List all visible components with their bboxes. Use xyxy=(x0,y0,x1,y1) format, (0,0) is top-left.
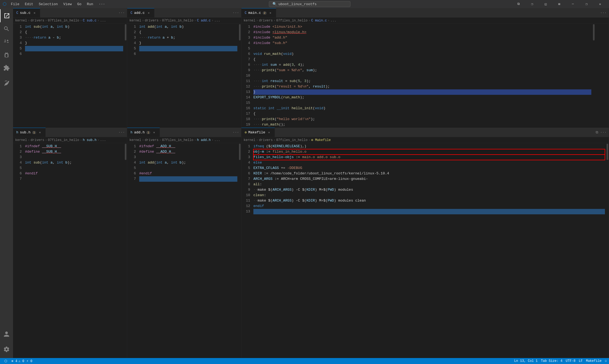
mainc-editor[interactable]: 12345 678910 1112131415 1617181920 21 #i… xyxy=(241,24,609,128)
h-file-icon: h xyxy=(16,131,18,134)
mainc-close-button[interactable]: ✕ xyxy=(268,11,273,15)
remote-icon-item[interactable]: ⚡ 0 xyxy=(26,359,32,363)
remote-status[interactable]: ⬡ xyxy=(2,359,9,363)
extensions-icon[interactable] xyxy=(0,61,13,74)
addc-pane: C add.c ✕ ··· kernel › drivers › 07files… xyxy=(127,8,241,128)
menu-more[interactable]: ··· xyxy=(97,2,107,7)
subc-tab-bar: C sub.c ✕ ··· xyxy=(13,8,127,18)
subh-close-button[interactable]: ✕ xyxy=(38,130,42,135)
mainc-pane: C main.c 2 ✕ ··· kernel › drivers › 07fi… xyxy=(241,8,609,128)
layout2-icon[interactable]: ❐ xyxy=(526,0,538,8)
remote-text: ⚡ 0 xyxy=(26,359,32,363)
more-actions-button[interactable]: ··· xyxy=(600,130,607,134)
mainc-code: #include <linux/init.h> #include <linux/… xyxy=(252,24,592,128)
editor-area: C sub.c ✕ ··· kernel › drivers › 07files… xyxy=(13,8,609,358)
addh-code: #ifndef __ADD_H__ #define __ADD_H__ int … xyxy=(138,143,238,358)
subc-close-button[interactable]: ✕ xyxy=(32,11,37,15)
menu-bar: File Edit Selection View Go Run ··· xyxy=(9,2,107,7)
maximize-button[interactable]: ❐ xyxy=(580,0,593,8)
subh-editor[interactable]: 1234567 #ifndef __SUB_H__ #define __SUB_… xyxy=(13,143,127,358)
layout3-icon[interactable]: ◱ xyxy=(539,0,552,8)
h-file-icon2: h xyxy=(130,131,132,134)
subc-editor[interactable]: 123456 int sub(int a, int b) { ····retur… xyxy=(13,24,127,128)
addc-scrollbar[interactable] xyxy=(238,24,241,128)
search-icon: 🔍 xyxy=(272,2,277,6)
subh-scrollbar[interactable] xyxy=(124,143,127,358)
layout-icon[interactable]: ⧉ xyxy=(512,0,525,8)
subc-tab[interactable]: C sub.c ✕ xyxy=(13,8,40,17)
close-button[interactable]: ✕ xyxy=(594,0,606,8)
makefile-tab[interactable]: ⚙ Makefile ✕ xyxy=(241,128,275,137)
addh-tab-bar: h add.h 1 ✕ ··· xyxy=(127,128,241,137)
makefile-tab-label: Makefile xyxy=(248,130,265,134)
remote-icon[interactable] xyxy=(0,77,13,90)
addc-tab-label: add.c xyxy=(134,11,145,15)
settings-icon[interactable] xyxy=(0,343,13,356)
addc-tab-bar: C add.c ✕ ··· xyxy=(127,8,241,18)
mainc-tab[interactable]: C main.c 2 ✕ xyxy=(241,8,276,17)
search-icon-activity[interactable] xyxy=(0,22,13,35)
addh-close-button[interactable]: ✕ xyxy=(152,130,156,135)
subc-scrollbar[interactable] xyxy=(124,24,127,128)
addc-editor[interactable]: 123456 int add(int a, int b) { ····retur… xyxy=(127,24,241,128)
menu-edit[interactable]: Edit xyxy=(23,2,35,7)
debug-icon[interactable] xyxy=(0,48,13,61)
addh-more-button[interactable]: ··· xyxy=(231,128,241,137)
addh-scrollbar[interactable] xyxy=(238,143,241,358)
minimize-button[interactable]: — xyxy=(567,0,579,8)
makefile-line-numbers: 12345 678910 111213 xyxy=(241,143,252,358)
search-box[interactable]: 🔍 uboot_linux_rootfs xyxy=(269,1,350,7)
addc-more-button[interactable]: ··· xyxy=(231,8,241,17)
activity-bar xyxy=(0,8,13,358)
mainc-more-button[interactable]: ··· xyxy=(598,8,609,17)
addc-line-numbers: 123456 xyxy=(127,24,138,128)
errors-text: ⊗ 4 xyxy=(11,359,17,363)
makefile-editor[interactable]: 12345 678910 111213 ifneq ($(KERNELRELEA… xyxy=(241,143,609,358)
errors-status[interactable]: ⊗ 4 ⚠ 0 xyxy=(11,359,24,363)
makefile-more-button[interactable]: ⧉ ··· xyxy=(594,128,609,137)
position-status[interactable]: Ln 13, Col 1 xyxy=(514,359,537,363)
subc-more-button[interactable]: ··· xyxy=(116,8,127,17)
addh-tab[interactable]: h add.h 1 ✕ xyxy=(127,128,160,137)
source-control-icon[interactable] xyxy=(0,35,13,48)
addh-editor[interactable]: 1234567 #ifndef __ADD_H__ #define __ADD_… xyxy=(127,143,241,358)
feedback-status[interactable]: ☺ xyxy=(605,359,607,363)
tab-size-status[interactable]: Tab Size: 4 xyxy=(541,359,563,363)
subh-code: #ifndef __SUB_H__ #define __SUB_H__ int … xyxy=(24,143,124,358)
encoding-status[interactable]: UTF-8 xyxy=(566,359,576,363)
addc-tab[interactable]: C add.c ✕ xyxy=(127,8,154,17)
menu-go[interactable]: Go xyxy=(75,2,84,7)
remote-icon-status: ⬡ xyxy=(4,359,7,363)
position-text: Ln 13, Col 1 xyxy=(514,359,537,363)
eol-status[interactable]: LF xyxy=(579,359,583,363)
addh-line-numbers: 1234567 xyxy=(127,143,138,358)
menu-view[interactable]: View xyxy=(61,2,74,7)
subc-code: int sub(int a, int b) { ····return a - b… xyxy=(24,24,124,128)
makefile-close-button[interactable]: ✕ xyxy=(267,130,271,135)
split-editor-button[interactable]: ⧉ xyxy=(596,130,598,134)
subh-badge: 1 xyxy=(32,131,36,134)
titlebar: ⬡ File Edit Selection View Go Run ··· 🔍 … xyxy=(0,0,609,8)
c-file-icon2: C xyxy=(130,11,132,15)
c-file-icon: C xyxy=(16,11,18,15)
makefile-scrollbar[interactable] xyxy=(606,143,609,358)
addc-close-button[interactable]: ✕ xyxy=(147,11,151,15)
subh-tab-bar: h sub.h 1 ✕ ··· xyxy=(13,128,127,137)
subh-tab[interactable]: h sub.h 1 ✕ xyxy=(13,128,46,137)
menu-run[interactable]: Run xyxy=(85,2,95,7)
mainc-scrollbar[interactable] xyxy=(592,24,595,41)
subh-more-button[interactable]: ··· xyxy=(116,128,127,137)
addh-tab-label: add.h xyxy=(134,130,145,134)
vscode-icon: ⬡ xyxy=(3,1,7,7)
account-icon[interactable] xyxy=(0,328,13,341)
explorer-icon[interactable] xyxy=(0,9,13,22)
menu-selection[interactable]: Selection xyxy=(36,2,60,7)
layout4-icon[interactable]: ⊞ xyxy=(553,0,566,8)
window-controls: ⧉ ❐ ◱ ⊞ — ❐ ✕ xyxy=(512,0,606,8)
mainc-line-numbers: 12345 678910 1112131415 1617181920 21 xyxy=(241,24,252,128)
makefile-breadcrumb: kernel › drivers › 07files_in_hello › ⚙ … xyxy=(241,137,609,143)
mainc-tab-label: main.c xyxy=(248,11,261,15)
language-status[interactable]: Makefile xyxy=(586,359,602,363)
menu-file[interactable]: File xyxy=(9,2,21,7)
subh-tab-label: sub.h xyxy=(20,130,30,134)
